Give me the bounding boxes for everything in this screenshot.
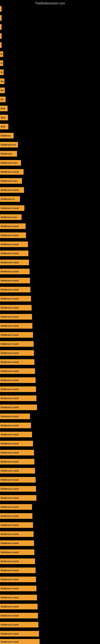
bar-row: Bottleneck result: [0, 550, 34, 555]
bar-label: Bottleneck result: [1, 551, 19, 554]
bar-label: Bottleneck result: [1, 596, 19, 599]
bar-row: B: [0, 70, 3, 75]
bar-row: Bottleneck result: [0, 323, 32, 329]
bar-row: Bo: [0, 51, 3, 57]
bar-row: Bottleneck result: [0, 622, 38, 628]
bar-row: Bo: [0, 78, 4, 84]
bar-label: Bottleneck result: [1, 533, 19, 535]
bar-row: Bottleneck result: [0, 169, 24, 175]
bar-row: Bottleneck result: [0, 432, 32, 437]
bar-row: Bottleneck result: [0, 504, 32, 510]
bar-label: B: [1, 62, 2, 64]
bar-label: Bottleneck: [1, 152, 12, 155]
bar-row: Bottleneck result: [0, 477, 36, 482]
bar-row: Bottleneck result: [0, 639, 40, 644]
bar-label: Bottleneck result: [1, 261, 19, 264]
bar-row: Bottleneck result: [0, 568, 36, 573]
bar-label: Bottleneck result: [1, 252, 19, 254]
bar-row: Bottleneck result: [0, 187, 24, 193]
bar-label: Bottleneck result: [1, 306, 19, 309]
bar-label: Bott: [1, 116, 5, 119]
bar-label: Bottleneck result: [1, 352, 19, 354]
bar-row: Bottleneck result: [0, 513, 32, 519]
bar-label: Bottleneck result: [1, 171, 19, 173]
bar-row: Bottleneck result: [0, 377, 36, 383]
bar-row: Bottleneck result: [0, 495, 36, 501]
bar-row: Bottleneck result: [0, 613, 38, 618]
bar-label: Bottleneck result: [1, 207, 19, 209]
bar-row: Bottleneck result: [0, 468, 35, 474]
bar-label: Bottleneck result: [1, 515, 19, 517]
bar-row: B: [0, 33, 1, 39]
bar-label: Bottleneck result: [1, 569, 19, 572]
site-title: TheBottlenecker.com: [0, 0, 100, 7]
bar-label: Bottleneck result: [1, 488, 19, 490]
bar-row: Bottleneck result: [0, 631, 39, 636]
bar-label: Bottleneck result: [1, 406, 19, 408]
bar-label: Bottleneck result: [1, 624, 19, 626]
bar-label: Bottleneck result: [1, 587, 19, 590]
bar-label: Bottleneck result: [1, 542, 19, 544]
bar-row: Bottleneck result: [0, 287, 30, 292]
bar-row: Bottleneck result: [0, 368, 35, 374]
bar-row: Bott: [0, 124, 8, 130]
bar-label: Bottleneck result: [1, 243, 19, 246]
bar-row: Bottleneck result: [0, 586, 36, 591]
bar-label: Bottleneck result: [1, 632, 19, 635]
bar-row: Bottleneck result: [0, 459, 34, 464]
bar-row: Bottleneck result: [0, 386, 36, 392]
bar-label: Bottleneck result: [1, 316, 19, 318]
bar-row: Bottleneck result: [0, 314, 32, 320]
bar-label: Bottleneck result: [1, 388, 19, 390]
bar-label: Bottleneck resu: [1, 162, 17, 164]
bar-row: Bottleneck result: [0, 396, 36, 401]
bar-row: Bottleneck result: [0, 260, 29, 265]
bar-row: Bottleneck result: [0, 558, 35, 564]
bar-row: [0, 15, 1, 21]
bar-label: Bott: [1, 107, 5, 110]
bar-row: Bottleneck result: [0, 414, 30, 419]
bar-label: Bottleneck result: [1, 361, 19, 363]
bar-row: Bottleneck result: [0, 242, 28, 247]
bar-row: Bottleneck result: [0, 332, 33, 338]
bar-label: Bottleneck result: [1, 478, 19, 481]
bar-label: Bott: [1, 126, 5, 128]
bar-row: Bottleneck result: [0, 522, 33, 528]
bar-label: Bottleneck result: [1, 614, 19, 617]
bar-row: Bottleneck result: [0, 595, 37, 600]
bar-row: Bottleneck result: [0, 486, 36, 492]
bar-row: Bottleneck result: [0, 422, 31, 428]
bar-row: Bo: [0, 96, 6, 102]
bar-row: Bottleneck result: [0, 604, 38, 610]
bar-row: Bottleneck result: [0, 269, 30, 274]
bar-row: B: [0, 60, 3, 66]
bar-row: Bottlenec: [0, 133, 14, 138]
bar-row: E: [0, 24, 1, 30]
bar-row: Bottleneck result: [0, 224, 26, 229]
bar-label: Bottleneck result: [1, 270, 19, 273]
bar-row: Bottleneck result: [0, 296, 31, 302]
bar-row: Bottleneck result: [0, 359, 34, 365]
bar-label: Bo: [1, 53, 2, 55]
bar-row: [0, 6, 1, 12]
bar-label: Bottleneck result: [1, 524, 19, 526]
bar-label: Bottleneck re: [1, 198, 15, 200]
bar-label: Bo: [1, 89, 4, 92]
bar-row: Bottleneck result: [0, 450, 34, 456]
bar-row: Bottleneck result: [0, 278, 30, 283]
bar-label: Bottleneck result: [1, 640, 19, 643]
bar-label: Bottleneck result: [1, 424, 19, 427]
bar-row: Bottleneck result: [0, 531, 34, 537]
bar-row: Bo: [0, 88, 5, 93]
bar-label: Bottleneck result: [1, 433, 19, 436]
bar-label: B: [1, 71, 2, 74]
bar-row: Bottleneck result: [0, 341, 34, 347]
bar-label: Bottleneck result: [1, 578, 19, 580]
bar-label: Bottleneck resu: [1, 216, 17, 218]
bar-label: Bottleneck result: [1, 288, 19, 291]
bar-label: Bottleneck result: [1, 324, 19, 327]
bar-label: Bottleneck result: [1, 460, 19, 463]
bar-label: Bottleneck result: [1, 560, 19, 562]
bar-label: Bottleneck result: [1, 470, 19, 472]
bar-row: Bott: [0, 115, 8, 120]
